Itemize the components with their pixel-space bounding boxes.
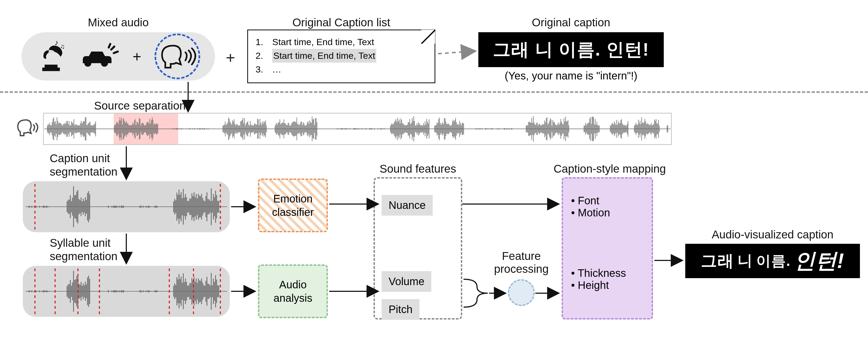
- svg-line-5: [438, 51, 476, 54]
- plus-inside-icon: +: [132, 48, 141, 65]
- volume-chip: Volume: [381, 271, 431, 292]
- avc-word-2: 니: [737, 251, 753, 271]
- caption-translation: (Yes, your name is "intern"!): [478, 70, 664, 82]
- svg-line-2: [111, 46, 114, 49]
- list-row-1: 1.Start time, End time, Text: [255, 35, 427, 49]
- list-text: …: [272, 63, 281, 76]
- caption-style-mapping-box: • Font • Motion • Thickness • Height: [562, 177, 653, 319]
- avc-word-4: 인턴!: [794, 247, 845, 275]
- audio-analysis-label: Audio analysis: [274, 278, 313, 305]
- avc-word-1: 그래: [701, 250, 734, 272]
- original-caption-image: 그래 니 이름. 인턴!: [478, 32, 664, 67]
- pitch-chip: Pitch: [381, 299, 420, 320]
- sound-features-label: Sound features: [374, 163, 462, 175]
- feature-processing-node: [508, 279, 535, 306]
- original-caption-text: 그래 니 이름. 인턴!: [493, 38, 649, 62]
- mixed-audio-box: ♪♫ +: [22, 32, 215, 80]
- nuance-chip: Nuance: [381, 195, 433, 216]
- waveform-seg2-icon: [24, 267, 228, 315]
- head-speaking-small-icon: [16, 115, 40, 143]
- svg-line-4: [109, 44, 111, 47]
- section-divider: [0, 91, 868, 93]
- caption-style-mapping-label: Caption-style mapping: [554, 163, 661, 175]
- caption-segment-box: [23, 181, 230, 232]
- list-text-highlight: Start time, End time, Text: [272, 49, 376, 63]
- list-num: 3.: [255, 63, 268, 76]
- caption-unit-seg-label: Caption unit segmentation: [50, 152, 118, 179]
- plus-between-icon: +: [226, 48, 235, 67]
- audio-visualized-caption-image: 그래 니 이름. 인턴!: [685, 244, 860, 278]
- original-caption-label: Original caption: [478, 16, 664, 29]
- avc-word-3: 이름.: [756, 251, 791, 271]
- audio-visualized-caption-label: Audio-visualized caption: [685, 228, 860, 241]
- highlight-region: [114, 113, 178, 144]
- list-num: 2.: [255, 49, 268, 63]
- syllable-unit-seg-label: Syllable unit segmentation: [50, 236, 118, 264]
- emotion-classifier-box: Emotion classifier: [258, 178, 328, 232]
- speaking-head-icon: [155, 34, 200, 79]
- audio-analysis-box: Audio analysis: [258, 265, 328, 318]
- list-row-2: 2.Start time, End time, Text: [255, 49, 427, 63]
- svg-text:♪: ♪: [55, 40, 58, 47]
- mapping-thickness: • Thickness: [571, 267, 644, 279]
- syllable-segment-box: [23, 266, 230, 317]
- emotion-classifier-label: Emotion classifier: [272, 192, 314, 219]
- mapping-motion: • Motion: [571, 207, 644, 219]
- list-text: Start time, End time, Text: [272, 35, 374, 49]
- car-noise-icon: [79, 41, 119, 72]
- waveform-seg1-icon: [24, 182, 228, 231]
- mixed-audio-label: Mixed audio: [22, 16, 215, 29]
- separated-waveform-box: [43, 113, 672, 145]
- page-fold-icon: [421, 30, 435, 44]
- mapping-height: • Height: [571, 279, 644, 291]
- feature-processing-label: Feature processing: [481, 250, 562, 276]
- svg-line-3: [114, 51, 118, 53]
- list-num: 1.: [255, 35, 268, 49]
- source-separation-label: Source separation: [94, 99, 186, 112]
- mapping-font: • Font: [571, 195, 644, 207]
- list-row-3: 3.…: [255, 63, 427, 76]
- caption-list-label: Original Caption list: [247, 16, 435, 29]
- svg-text:♫: ♫: [60, 43, 64, 50]
- gramophone-icon: ♪♫: [36, 40, 66, 73]
- caption-list-box: 1.Start time, End time, Text 2.Start tim…: [247, 30, 435, 83]
